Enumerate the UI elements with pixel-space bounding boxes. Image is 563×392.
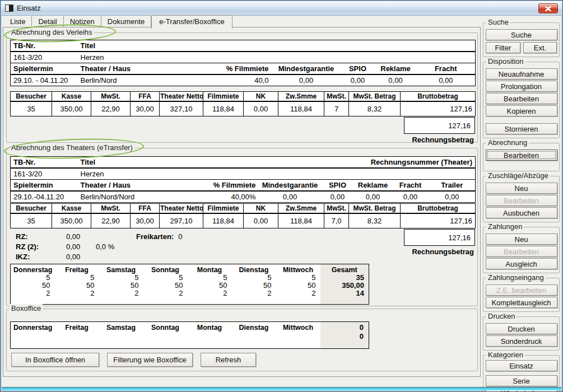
detail-header-cell: MwSt. [324,92,349,102]
boxoffice-table: Donnerstag Freitag Samstag Sonntag Monta… [10,321,369,349]
kategorie-einsatz-button[interactable]: Einsatz [486,360,557,371]
spio-value: 0,00 [322,191,354,203]
tab-detail[interactable]: Detail [32,16,63,27]
tab-notizen[interactable]: Notizen [64,16,101,27]
group-boxoffice: Boxoffice Donnerstag Freitag Samstag Son… [6,309,478,371]
week-day-value: 5 [146,274,185,282]
einsatz-window: Einsatz Liste Detail Notizen Dokumente e… [0,0,563,392]
filter-like-boxoffice-button[interactable]: Filterung wie Boxoffice [107,353,193,367]
detail-value-cell: 0,00 [244,101,278,116]
suche-button[interactable]: Suche [486,29,557,40]
group-zahlungen: Zahlungen Neu Bearbeiten Ausgleich [483,227,560,273]
zuschlaege-neu-button[interactable]: Neu [486,183,557,194]
boxoffice-day-label: Montag [190,323,229,332]
fracht-value: 0,00 [392,191,429,203]
header-mindestgarantie: Mindestgarantie [272,63,341,75]
ausgleich-button[interactable]: Ausgleich [486,258,557,269]
week-day-cell: Donnerstag 5 50 2 [11,264,55,305]
week-day-cell: Dienstag 5 50 2 [232,264,276,305]
rechnungsbetrag-label: Rechnungsbetrag [404,134,475,144]
zahlungen-neu-button[interactable]: Neu [486,234,557,245]
tab-etransfer-boxoffice[interactable]: e-Transfer/Boxoffice [151,15,232,29]
titlebar: Einsatz [1,1,562,16]
refresh-button[interactable]: Refresh [201,353,256,367]
titel-value: Herzen [78,168,203,180]
titel-value: Herzen [78,52,476,63]
detail-header-cell: MwSt. [324,204,349,214]
kategorie-serie-button[interactable]: Serie [486,375,557,386]
header-fracht: Fracht [417,63,476,75]
open-in-boxoffice-button[interactable]: In Boxoffice öffnen [11,353,99,367]
detail-value-cell: 22,90 [91,213,131,228]
komplettausgleich-button[interactable]: Komplettausgleich [486,297,557,308]
week-day-value: 2 [58,290,96,297]
week-day-label: Samstag [102,265,141,274]
stornieren-button[interactable]: Stornieren [486,123,557,134]
header-theater-haus: Theater / Haus [78,180,203,192]
header-theater-haus: Theater / Haus [78,63,211,75]
week-day-value: 5 [102,274,141,282]
ikz-value: 0,00 [66,253,91,261]
boxoffice-total-value: 0 [323,323,366,332]
detail-value-cell: 30,00 [131,101,160,116]
week-day-value: 50 [235,282,273,290]
group-zuschlaege-abzuege: Zuschläge/Abzüge Neu Bearbeiten Ausbuche… [483,176,560,222]
group-suche: Suche Suche Filter Ext. [483,22,560,57]
boxoffice-day-cell: Samstag [99,322,143,349]
filter-button[interactable]: Filter [486,42,520,53]
week-day-value: 2 [190,290,229,297]
drucken-button[interactable]: Drucken [486,323,557,334]
zahlungen-bearbeiten-button: Bearbeiten [486,246,557,257]
kopieren-button[interactable]: Kopieren [486,105,557,116]
detail-header-cell: Kasse [52,92,91,102]
rz-label: RZ: [16,232,66,241]
week-day-value: 5 [235,274,273,282]
close-button[interactable] [538,3,558,13]
rz2-label: RZ (2): [16,242,66,251]
sidebar: Suche Suche Filter Ext. Disposition Neua… [483,22,560,392]
sonderdruck-button[interactable]: Sonderdruck [486,335,557,347]
week-day-value: 50 [190,282,229,290]
detail-header-cell: MwSt. [91,92,131,102]
tab-page: Abrechnung des Verleihs TB-Nr. Titel 161… [3,27,481,377]
tbnr-value: 161-3/20 [11,168,78,180]
week-day-value: 5 [279,274,318,282]
group-zahlungen-title: Zahlungen [486,222,524,231]
boxoffice-day-cell: Dienstag [232,322,276,349]
week-day-label: Dienstag [235,265,273,274]
bruttobetrag-value: 127,16 [401,213,476,228]
ausbuchen-button[interactable]: Ausbuchen [486,207,557,218]
verleih-invoice: 127,16 Rechnungsbetrag [404,117,475,144]
detail-value-cell: 118,84 [203,101,244,116]
header-rechnungsnummer: Rechnungsnummer (Theater) [203,157,476,169]
disposition-bearbeiten-button[interactable]: Bearbeiten [486,93,557,104]
mindestgarantie-value: 0,00 [259,191,322,203]
week-gesamt-label: Gesamt [323,265,366,274]
spio-value: 0,00 [341,74,375,86]
detail-value-cell: 350,00 [52,101,91,116]
week-day-value: 50 [102,282,141,290]
detail-value-cell: 8,32 [349,101,401,116]
theater-detail-table: Besucher Kasse MwSt. FFA Theater Netto F… [10,203,476,228]
prolongation-button[interactable]: Prolongation [486,81,557,92]
tab-liste[interactable]: Liste [4,16,32,27]
group-theater-title: Abrechnung des Theaters (eTransfer) [10,143,134,152]
neuaufnahme-button[interactable]: Neuaufnahme [486,68,557,80]
week-day-cell: Montag 5 50 2 [188,264,232,305]
mindestgarantie-value: 0,00 [272,74,341,86]
detail-header-cell: Filmmiete [203,204,244,214]
tbnr-value: 161-3/20 [11,52,78,63]
abrechnung-bearbeiten-button[interactable]: Bearbeiten [486,150,557,161]
detail-value-cell: 35 [11,213,52,228]
app-icon [5,4,13,12]
detail-value-cell: 327,10 [160,101,203,116]
freikarten-label: Freikarten: [136,232,174,241]
detail-value-cell: 30,00 [131,213,160,228]
ext-button[interactable]: Ext. [523,42,557,53]
header-spieltermin: Spieltermin [11,63,78,75]
tab-dokumente[interactable]: Dokumente [101,16,151,27]
boxoffice-day-cell: Freitag [55,322,99,349]
header-titel: Titel [78,157,203,169]
detail-header-cell: FFA [131,204,160,214]
header-spio: SPIO [341,63,375,75]
